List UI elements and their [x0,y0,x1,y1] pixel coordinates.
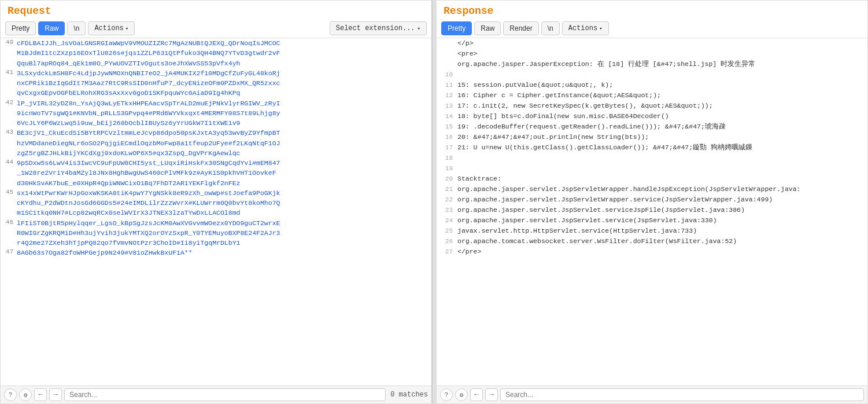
request-panel: Request Pretty Raw \n Actions ▾ Select e… [0,0,433,404]
matches-label: 0 matches [390,391,428,399]
resp-line: 26 org.apache.tomcat.websocket.server.Ws… [437,236,867,247]
resp-line-number: 16 [437,132,457,142]
resp-line-number: 11 [437,80,457,90]
list-item: 3LSxydckLmSH8Fc4LdjpJywNMOXnQNBI7eO2_jA4… [17,68,431,78]
resp-line-content: org.apache.jasper.servlet.JspServletWrap… [457,194,867,204]
block-number: 42 [1,98,17,106]
request-toolbar: Pretty Raw \n Actions ▾ Select extension… [1,19,431,38]
resp-line-content: </p> [457,38,867,48]
help-icon-resp[interactable]: ? [440,388,453,401]
list-item: r4Q2me27ZXeh3hTjpPQ82qo7fVmvNOtPzr3ChoID… [17,238,431,248]
resp-line-content: 16: Cipher c = Cipher.getInstance(&quot;… [457,90,867,100]
resp-line: 13 17: c.init(2, new SecretKeySpec(k.get… [437,101,867,111]
code-block: 46lFIiST0BjtR5pHylqqer_LgsO_kBpSgJzsJcKM… [1,218,431,248]
resp-line-number: 18 [437,153,457,163]
forward-button[interactable]: → [49,388,62,401]
resp-line-number [437,38,457,39]
search-input[interactable] [64,388,386,401]
list-item: 8AGb63s7Oga82foWHPGejp9N249#V81oZHwkBxUF… [17,248,431,258]
resp-line-number: 10 [437,69,457,80]
code-block: 478AGb63s7Oga82foWHPGejp9N249#V81oZHwkBx… [1,248,431,258]
block-number: 45 [1,188,17,196]
select-extension-button[interactable]: Select extension... ▾ [330,21,427,35]
help-icon[interactable]: ? [4,388,17,401]
resp-line-content: org.apache.jasper.servlet.JspServlet.ser… [457,205,867,215]
resp-line-content: 15: session.putValue(&quot;u&quot;, k); [457,80,867,90]
resp-line: 17 21: U u=new U(this.getClass().getClas… [437,142,867,153]
forward-button-resp[interactable]: → [485,388,498,401]
request-code-area: 40cFDLBAIJJh_JsVOaLGNSRGIaWWpV9VMOUZIZRc… [1,38,431,385]
resp-line-content: org.apache.jasper.servlet.JspServlet.ser… [457,215,867,225]
back-button-resp[interactable]: ← [470,388,483,401]
list-item: zgZ5rgBZJHLkBijYKCdXgj0xdoKLwOP6X5#qx3Zs… [17,148,431,158]
resp-line-content: </pre> [457,247,867,256]
chevron-down-icon-resp: ▾ [599,25,602,32]
raw-button-resp[interactable]: Raw [474,21,501,35]
resp-line: 21 org.apache.jasper.servlet.JspServletW… [437,184,867,194]
list-item: cKYdhu_P2dWDtnJosGd6GGDs5#24eIMDLilrZzzW… [17,198,431,208]
actions-button[interactable]: Actions ▾ [88,21,135,35]
resp-line: 19 [437,163,867,174]
resp-line-number: 15 [437,122,457,132]
list-item: _1W28re2VriY4baMZyl8JNx8HghBwgUwS460cPlV… [17,168,431,178]
resp-line-content: org.apache.tomcat.websocket.server.WsFil… [457,236,867,246]
list-item: m1SC1tkq0NH7#Lcp82wqRCx0selWVIrX3JTNEX3l… [17,208,431,218]
block-number: 40 [1,38,17,46]
resp-line: 23 org.apache.jasper.servlet.JspServlet.… [437,205,867,215]
block-number: 41 [1,68,17,76]
back-button[interactable]: ← [34,388,47,401]
newline-button[interactable]: \n [67,21,86,35]
list-item: 6VcJLY6P6WzLwq5i9uw_bEij268bOcblIBUySz6y… [17,118,431,128]
list-item: 9icnWoTV7sgWQ1#KNVbN_pRLLS3GPvpq4#PRd6WY… [17,108,431,118]
settings-icon-resp[interactable]: ⚙ [455,388,468,401]
resp-line-number: 17 [437,142,457,153]
resp-line-number: 26 [437,236,457,247]
pretty-button-resp[interactable]: Pretty [441,21,472,35]
chevron-down-icon-ext: ▾ [418,25,420,32]
code-block: 43BE3cjV1_CkuEcdSi5BYtRPCVzltmmLeJcvp86d… [1,128,431,158]
resp-line-content: 21: U u=new U(this.getClass().getClassLo… [457,142,867,152]
resp-line-content: javax.servlet.http.HttpServlet.service(H… [457,226,867,236]
list-item: R0WIGrZgKRQMiD#Hh3ujYvih3jukYMTXQ2orOYzS… [17,228,431,238]
list-item: 9pSDxw5s6LwV4is3IwcVC9uFpUW8CHI5yst_LUqx… [17,158,431,168]
search-input-resp[interactable] [500,388,864,401]
list-item: lFIiST0BjtR5pHylqqer_LgsO_kBpSgJzsJcKM0A… [17,218,431,228]
resp-line: <pre> [437,49,867,59]
resp-line-number [437,59,457,60]
block-number: 44 [1,158,17,166]
settings-icon[interactable]: ⚙ [19,388,32,401]
resp-line: 14 18: byte[] bts=c.doFinal(new sun.misc… [437,111,867,122]
resp-line: 20 Stacktrace: [437,174,867,184]
actions-button-resp[interactable]: Actions ▾ [562,21,609,35]
resp-line-content: <pre> [457,49,867,58]
code-block: 42lP_jVIRL32yDZ8n_YsAjQ3wLyETkxHHPEAacvS… [1,98,431,128]
response-panel: Response Pretty Raw Render \n Actions ▾ … [436,0,868,404]
list-item: lP_jVIRL32yDZ8n_YsAjQ3wLyETkxHHPEAacvSpT… [17,98,431,108]
resp-line-content: Stacktrace: [457,174,867,183]
resp-line: 11 15: session.putValue(&quot;u&quot;, k… [437,80,867,90]
resp-line-content: org.apache.jasper.JasperException: 在 [18… [457,59,867,69]
resp-line-number: 13 [437,101,457,111]
render-button-resp[interactable]: Render [503,21,538,35]
resp-line-number [437,49,457,49]
raw-button[interactable]: Raw [38,21,65,35]
block-number: 47 [1,248,17,255]
list-item: M1BJdmI1tcZXzp16EOxTlU826s#jqs1ZZLP631Qt… [17,48,431,58]
list-item: d30HkSvAK7buE_e0XHpR4QpiWNWCixO1Bq7FhDT2… [17,178,431,188]
resp-line: 22 org.apache.jasper.servlet.JspServletW… [437,194,867,205]
resp-line-number: 21 [437,184,457,194]
resp-line-number: 14 [437,111,457,122]
resp-line-number: 19 [437,163,457,174]
pretty-button[interactable]: Pretty [5,21,36,35]
list-item: QquBl7apROq84_qEk1m0O_PYwUOVZTIvOguts3oe… [17,58,431,68]
code-block: 45sx14xWtPwrKWrHJpGoxWKSKA8tiK4pwY7YgNSk… [1,188,431,218]
list-item: BE3cjV1_CkuEcdSi5BYtRPCVzltmmLeJcvp86dpo… [17,128,431,138]
resp-line: 10 [437,69,867,80]
resp-line: 12 16: Cipher c = Cipher.getInstance(&qu… [437,90,867,101]
resp-line-number: 20 [437,174,457,184]
resp-line-content: 17: c.init(2, new SecretKeySpec(k.getByt… [457,101,867,111]
newline-button-resp[interactable]: \n [541,21,560,35]
resp-line-content: org.apache.jasper.servlet.JspServletWrap… [457,184,867,194]
resp-line: 27 </pre> [437,247,867,257]
resp-line-number: 27 [437,247,457,257]
